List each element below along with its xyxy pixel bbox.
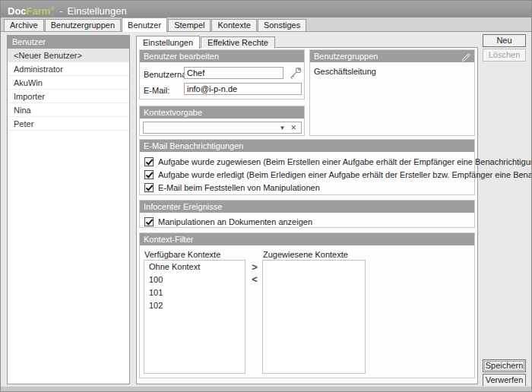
checkbox-label: Aufgabe wurde zugewiesen (Beim Erstellen… xyxy=(154,157,532,166)
checkbox-label: Aufgabe wurde erledigt (Beim Erledigen e… xyxy=(154,170,532,179)
checkbox-row: E-Mail beim Feststellen von Manipulation… xyxy=(144,182,320,193)
context-default-header: Kontextvorgabe xyxy=(140,106,304,119)
infocenter-header: Infocenter Ereignisse xyxy=(140,201,474,213)
new-button[interactable]: Neu xyxy=(483,34,526,47)
email-label: E-Mail: xyxy=(144,86,169,95)
available-contexts-list[interactable]: Ohne Kontext 100 101 102 xyxy=(144,260,245,374)
brand-farm: Farm xyxy=(27,5,51,17)
user-list-item-new[interactable]: <Neuer Benutzer> xyxy=(8,49,129,62)
delete-button[interactable]: Löschen xyxy=(483,49,526,62)
tab-archive[interactable]: Archive xyxy=(4,19,44,31)
user-list-item[interactable]: AkuWin xyxy=(8,76,129,90)
checkbox-row: Aufgabe wurde erledigt (Beim Erledigen e… xyxy=(144,169,532,180)
settings-page: Benutzer bearbeiten Benutzername: E-Mail… xyxy=(136,47,478,384)
tab-effektive-rechte[interactable]: Effektive Rechte xyxy=(201,36,275,48)
clear-icon[interactable]: ✕ xyxy=(289,124,301,131)
brand-doc: Doc xyxy=(8,5,27,17)
window-title: Einstellungen xyxy=(68,5,127,17)
app-window: DocFarm®-Einstellungen Archive Benutzerg… xyxy=(0,0,532,392)
user-list-item[interactable]: Nina xyxy=(8,103,129,117)
tab-sonstiges[interactable]: Sonstiges xyxy=(258,19,306,31)
user-list-item[interactable]: Importer xyxy=(8,90,129,103)
user-groups-title: Benutzergruppen xyxy=(314,52,378,61)
context-filter-section: Kontext-Filter Verfügbare Kontexte Zugew… xyxy=(139,232,475,378)
tab-benutzer[interactable]: Benutzer xyxy=(122,17,167,32)
email-notifications-section: E-Mail Benachrichtigungen Aufgabe wurde … xyxy=(139,139,475,195)
email-notifications-header: E-Mail Benachrichtigungen xyxy=(140,140,474,152)
user-list-panel: Benutzer <Neuer Benutzer> Administrator … xyxy=(7,35,130,384)
detail-tabstrip: Einstellungen Effektive Rechte xyxy=(136,35,276,48)
user-groups-header: Benutzergruppen xyxy=(310,50,474,62)
user-list-item[interactable]: Peter xyxy=(8,117,129,131)
tab-stempel[interactable]: Stempel xyxy=(168,19,211,31)
checkbox-show-manipulations[interactable] xyxy=(144,217,154,226)
password-key-icon[interactable] xyxy=(289,66,302,81)
title-bar: DocFarm®-Einstellungen xyxy=(1,1,531,17)
context-item[interactable]: 100 xyxy=(144,273,245,286)
available-contexts-label: Verfügbare Kontexte xyxy=(144,250,220,259)
context-item[interactable]: 101 xyxy=(144,286,245,299)
context-item[interactable]: 102 xyxy=(144,299,245,312)
edit-user-section: Benutzer bearbeiten Benutzername: E-Mail… xyxy=(139,49,305,100)
checkbox-task-done[interactable] xyxy=(144,170,154,179)
window-bottom-edge xyxy=(1,386,531,391)
checkbox-email-manipulation[interactable] xyxy=(144,183,154,192)
context-default-combobox[interactable]: ▼ ✕ xyxy=(143,122,302,134)
user-list-item[interactable]: Administrator xyxy=(8,62,129,76)
checkbox-label: Manipulationen an Dokumenten anzeigen xyxy=(154,217,312,226)
edit-user-section-header: Benutzer bearbeiten xyxy=(140,50,304,62)
checkbox-row: Manipulationen an Dokumenten anzeigen xyxy=(144,217,312,227)
move-left-button[interactable]: < xyxy=(249,273,260,285)
context-filter-header: Kontext-Filter xyxy=(140,233,474,245)
infocenter-section: Infocenter Ereignisse Manipulationen an … xyxy=(139,200,475,228)
email-input[interactable] xyxy=(184,83,302,95)
discard-button[interactable]: Verwerfen xyxy=(483,374,526,387)
tab-kontexte[interactable]: Kontexte xyxy=(211,19,256,31)
username-input[interactable] xyxy=(184,67,283,79)
save-button[interactable]: Speichern xyxy=(483,359,526,372)
tab-einstellungen[interactable]: Einstellungen xyxy=(136,36,200,49)
edit-pencil-icon[interactable] xyxy=(461,51,471,65)
context-default-section: Kontextvorgabe ▼ ✕ xyxy=(139,106,305,136)
assigned-contexts-list[interactable] xyxy=(262,260,366,374)
title-separator: - xyxy=(55,5,67,17)
user-groups-section: Benutzergruppen Geschäftsleitung xyxy=(309,49,475,136)
checkbox-label: E-Mail beim Feststellen von Manipulation… xyxy=(154,183,320,192)
user-list-header: Benutzer xyxy=(8,36,129,49)
checkbox-task-assigned[interactable] xyxy=(144,157,154,166)
context-item[interactable]: Ohne Kontext xyxy=(144,261,245,273)
checkbox-row: Aufgabe wurde zugewiesen (Beim Erstellen… xyxy=(144,156,532,167)
main-tabstrip: Archive Benutzergruppen Benutzer Stempel… xyxy=(1,17,531,32)
chevron-down-icon[interactable]: ▼ xyxy=(276,125,290,131)
move-right-button[interactable]: > xyxy=(249,261,260,273)
user-group-item[interactable]: Geschäftsleitung xyxy=(310,62,474,76)
assigned-contexts-label: Zugewiesene Kontexte xyxy=(263,250,348,259)
tab-benutzergruppen[interactable]: Benutzergruppen xyxy=(45,19,121,31)
